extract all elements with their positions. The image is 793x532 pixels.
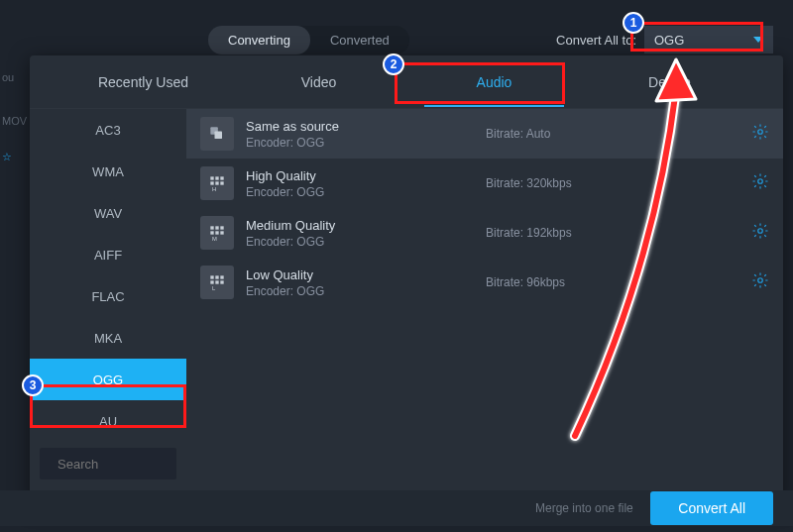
preset-icon: M bbox=[200, 216, 234, 250]
svg-rect-7 bbox=[220, 176, 223, 179]
svg-rect-25 bbox=[215, 280, 218, 283]
svg-point-20 bbox=[758, 229, 763, 234]
preset-row[interactable]: HHigh QualityEncoder: OGGBitrate: 320kbp… bbox=[186, 159, 783, 208]
preset-icon bbox=[200, 117, 234, 151]
preset-icon: L bbox=[200, 266, 234, 299]
left-edge-hint: ou MOV ☆ bbox=[0, 59, 30, 492]
svg-rect-10 bbox=[220, 181, 223, 184]
tab-device[interactable]: Device bbox=[582, 58, 757, 106]
preset-encoder: Encoder: OGG bbox=[246, 136, 474, 150]
svg-text:H: H bbox=[212, 186, 216, 192]
preset-list: Same as sourceEncoder: OGGBitrate: AutoH… bbox=[186, 109, 783, 502]
sidebar-format-ac3[interactable]: AC3 bbox=[30, 109, 186, 151]
dropdown-value: OGG bbox=[654, 33, 684, 48]
gear-icon[interactable] bbox=[751, 271, 769, 293]
tab-audio[interactable]: Audio bbox=[406, 58, 582, 106]
svg-rect-21 bbox=[210, 275, 213, 278]
sidebar-format-wav[interactable]: WAV bbox=[30, 192, 186, 234]
gear-icon[interactable] bbox=[751, 222, 769, 244]
svg-rect-9 bbox=[215, 181, 218, 184]
top-tab-group: Converting Converted bbox=[208, 26, 409, 54]
format-panel: Recently Used Video Audio Device AC3WMAW… bbox=[30, 55, 783, 502]
preset-text: Medium QualityEncoder: OGG bbox=[246, 218, 474, 249]
svg-rect-5 bbox=[210, 176, 213, 179]
preset-row[interactable]: Same as sourceEncoder: OGGBitrate: Auto bbox=[186, 109, 783, 159]
gear-icon[interactable] bbox=[751, 123, 769, 145]
svg-rect-15 bbox=[220, 226, 223, 229]
preset-encoder: Encoder: OGG bbox=[246, 235, 474, 249]
app-window: ou MOV ☆ Converting Converted Convert Al… bbox=[0, 0, 793, 532]
preset-title: Same as source bbox=[246, 119, 474, 134]
sidebar-format-flac[interactable]: FLAC bbox=[30, 275, 186, 317]
sidebar-format-ogg[interactable]: OGG bbox=[30, 359, 186, 400]
preset-text: High QualityEncoder: OGG bbox=[246, 168, 474, 199]
svg-point-12 bbox=[758, 179, 763, 184]
panel-body: AC3WMAWAVAIFFFLACMKAOGGAU Same as source… bbox=[30, 109, 783, 502]
preset-encoder: Encoder: OGG bbox=[246, 284, 474, 298]
preset-bitrate: Bitrate: Auto bbox=[486, 127, 644, 141]
preset-text: Same as sourceEncoder: OGG bbox=[246, 119, 474, 150]
tab-video[interactable]: Video bbox=[231, 58, 406, 106]
convert-all-group: Convert All to: OGG bbox=[556, 26, 773, 53]
bottom-bar: Merge into one file Convert All bbox=[0, 490, 793, 526]
svg-point-28 bbox=[758, 278, 763, 283]
svg-rect-22 bbox=[215, 275, 218, 278]
format-sidebar: AC3WMAWAVAIFFFLACMKAOGGAU bbox=[30, 109, 186, 502]
preset-icon: H bbox=[200, 166, 234, 200]
preset-row[interactable]: MMedium QualityEncoder: OGGBitrate: 192k… bbox=[186, 208, 783, 258]
convert-all-label: Convert All to: bbox=[556, 33, 636, 48]
svg-rect-23 bbox=[220, 275, 223, 278]
svg-rect-18 bbox=[220, 231, 223, 234]
merge-label: Merge into one file bbox=[535, 501, 633, 515]
sidebar-format-wma[interactable]: WMA bbox=[30, 151, 186, 192]
preset-title: High Quality bbox=[246, 168, 474, 183]
svg-point-4 bbox=[758, 130, 763, 135]
preset-bitrate: Bitrate: 96kbps bbox=[486, 275, 644, 289]
svg-rect-16 bbox=[210, 231, 213, 234]
preset-encoder: Encoder: OGG bbox=[246, 185, 474, 199]
chevron-down-icon bbox=[753, 37, 763, 43]
tab-recently-used[interactable]: Recently Used bbox=[56, 58, 231, 106]
category-tabs: Recently Used Video Audio Device bbox=[30, 55, 783, 109]
svg-rect-8 bbox=[210, 181, 213, 184]
tab-converted[interactable]: Converted bbox=[310, 26, 409, 54]
preset-title: Low Quality bbox=[246, 267, 474, 282]
search-box[interactable] bbox=[40, 448, 176, 479]
svg-rect-13 bbox=[210, 226, 213, 229]
svg-rect-6 bbox=[215, 176, 218, 179]
svg-rect-24 bbox=[210, 280, 213, 283]
svg-text:M: M bbox=[212, 236, 217, 242]
convert-all-dropdown[interactable]: OGG bbox=[644, 26, 773, 53]
preset-title: Medium Quality bbox=[246, 218, 474, 233]
svg-rect-26 bbox=[220, 280, 223, 283]
svg-rect-17 bbox=[215, 231, 218, 234]
preset-bitrate: Bitrate: 192kbps bbox=[486, 226, 644, 240]
svg-rect-14 bbox=[215, 226, 218, 229]
preset-text: Low QualityEncoder: OGG bbox=[246, 267, 474, 298]
sidebar-format-mka[interactable]: MKA bbox=[30, 317, 186, 359]
preset-bitrate: Bitrate: 320kbps bbox=[486, 176, 644, 190]
svg-rect-3 bbox=[215, 132, 223, 140]
sidebar-format-au[interactable]: AU bbox=[30, 400, 186, 442]
convert-all-button[interactable]: Convert All bbox=[650, 491, 773, 525]
sidebar-format-aiff[interactable]: AIFF bbox=[30, 234, 186, 275]
preset-row[interactable]: LLow QualityEncoder: OGGBitrate: 96kbps bbox=[186, 258, 783, 307]
svg-text:L: L bbox=[212, 285, 216, 291]
tab-converting[interactable]: Converting bbox=[208, 26, 310, 54]
gear-icon[interactable] bbox=[751, 172, 769, 194]
